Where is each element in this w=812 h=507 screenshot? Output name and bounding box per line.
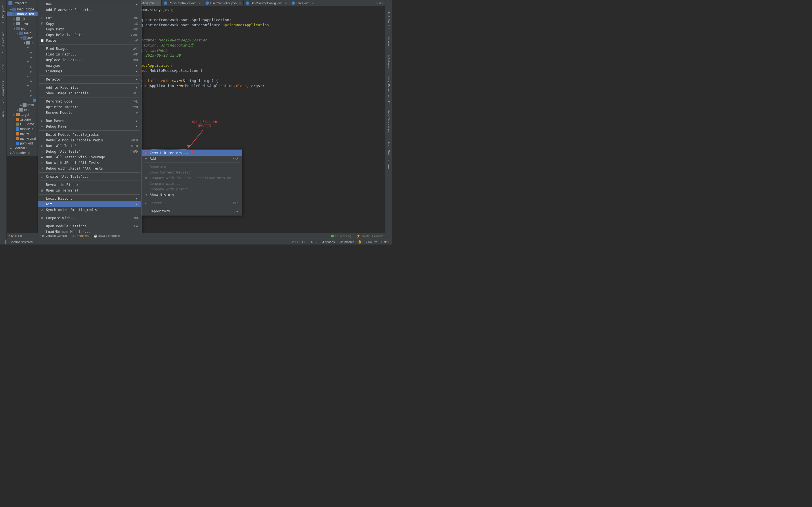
- menu-item[interactable]: Find in Path...⇧⌘F: [38, 52, 141, 57]
- menu-item[interactable]: 📋Paste⌘V: [38, 38, 141, 43]
- menu-item[interactable]: ⚡Debug with JRebel 'All Tests': [38, 166, 141, 171]
- t: class: [236, 83, 247, 88]
- tool-jrebel[interactable]: JRebel: [1, 62, 5, 73]
- menu-item[interactable]: ▶Run Maven▸: [38, 118, 141, 124]
- menu-item[interactable]: Rebuild Module 'mobile_redis'⇧⌘F9: [38, 137, 141, 143]
- tab-overflow[interactable]: ↘ ≡ 5: [374, 0, 385, 6]
- editor-tab[interactable]: RedisController.java×: [161, 0, 203, 6]
- menu-item[interactable]: Add to Favorites▸: [38, 85, 141, 91]
- menu-item[interactable]: Show Image Thumbnails⇧⌘T: [38, 91, 141, 96]
- menu-item[interactable]: ⤲Compare With...⌘D: [38, 215, 141, 221]
- status-icon[interactable]: [2, 240, 6, 244]
- menu-item: Annotate: [142, 164, 242, 170]
- bt-problems[interactable]: ⚠ Problems: [72, 234, 89, 238]
- close-icon[interactable]: ×: [239, 1, 241, 5]
- menu-item[interactable]: Copy Relative Path⌥⇧⌘C: [38, 32, 141, 38]
- editor-tab[interactable]: UserController.java×: [203, 0, 244, 6]
- t: springboot启动类: [161, 43, 194, 47]
- close-icon[interactable]: ×: [285, 1, 287, 5]
- editor-tab[interactable]: User.java×: [289, 0, 316, 6]
- menu-item[interactable]: Repository▸: [142, 209, 242, 214]
- status-indent[interactable]: 4 spaces: [322, 240, 335, 244]
- bt-javaee[interactable]: ☕ Java Enterprise: [94, 234, 120, 238]
- menu-item[interactable]: Git▸: [38, 202, 141, 207]
- lock-icon[interactable]: 🔒: [358, 240, 362, 244]
- menu-item[interactable]: Replace in Path...⇧⌘R: [38, 57, 141, 63]
- menu-item: Show Current Revision: [142, 170, 242, 175]
- menu-item[interactable]: ▶Run 'All Tests' with Coverage: [38, 154, 141, 160]
- t: (String[] args) {: [181, 78, 218, 83]
- t: SpringBootApplication: [222, 23, 269, 27]
- tool-keypromoter[interactable]: Key Promoter X: [387, 76, 391, 103]
- status-git[interactable]: Git: master: [339, 240, 354, 244]
- status-pos[interactable]: 20:1: [292, 240, 298, 244]
- menu-item[interactable]: ⟳Synchronize 'mobile_redis': [38, 207, 141, 213]
- t: MobileRedisApplication: [150, 68, 200, 73]
- project-icon: [8, 1, 12, 5]
- tool-restservices[interactable]: RestServices: [387, 110, 391, 133]
- tool-web[interactable]: Web: [1, 111, 5, 117]
- status-enc[interactable]: UTF-8: [310, 240, 318, 244]
- menu-item[interactable]: ◯Create 'All Tests'...: [38, 174, 141, 179]
- t: org.springframework.boot.SpringApplicati…: [137, 18, 232, 22]
- menu-item[interactable]: ◷Show History: [142, 192, 242, 198]
- git-submenu[interactable]: ✓Commit Directory...+Add⌥⌘AAnnotateShow …: [142, 149, 242, 216]
- t: com.study.java;: [141, 8, 174, 12]
- tool-beanvalidation[interactable]: Bean Validation: [387, 141, 391, 169]
- bt-vcs[interactable]: ⌃ 9: Version Control: [39, 234, 67, 238]
- menu-item[interactable]: Analyze▸: [38, 63, 141, 68]
- t: lic static void: [137, 78, 172, 83]
- menu-item[interactable]: Reveal in Finder: [38, 182, 141, 187]
- tool-database[interactable]: Database: [387, 54, 391, 69]
- menu-item[interactable]: Local History▸: [38, 196, 141, 202]
- menu-item[interactable]: ▣Open in Terminal: [38, 187, 141, 193]
- menu-item[interactable]: ⚡Run with JRebel 'All Tests': [38, 160, 141, 166]
- menu-item[interactable]: ✂Cut⌘X: [38, 15, 141, 21]
- bt-todo[interactable]: ≡ 6: TODO: [8, 234, 23, 238]
- t: , args);: [247, 83, 264, 88]
- class-icon: [292, 1, 295, 5]
- close-icon[interactable]: ×: [312, 1, 313, 5]
- menu-item[interactable]: Refactor▸: [38, 76, 141, 82]
- menu-item[interactable]: ✓Commit Directory...: [142, 150, 242, 156]
- right-tool-strip: Ant Build Maven Database Key Promoter X …: [385, 0, 392, 244]
- context-menu[interactable]: New▸Add Framework Support...✂Cut⌘X⎘Copy⌘…: [38, 0, 142, 236]
- t: run: [176, 83, 183, 88]
- menu-item[interactable]: Reformat Code⌥⌘L: [38, 99, 141, 104]
- menu-item[interactable]: New▸: [38, 1, 141, 7]
- tool-favorites[interactable]: 2: Favorites: [1, 81, 5, 103]
- annotation-text: 点击进入Commit 操作页面: [192, 120, 217, 128]
- class-icon: [164, 1, 167, 5]
- t: ;: [269, 23, 271, 27]
- editor-tab[interactable]: DataSourceConfig.java×: [244, 0, 290, 6]
- t: gBootApplication: [137, 63, 172, 68]
- tool-project[interactable]: 1: Project: [1, 5, 5, 24]
- menu-item[interactable]: ⎘Copy⌘C: [38, 21, 141, 26]
- tool-structure[interactable]: 7: Structure: [1, 32, 5, 54]
- t: (MobileRedisApplication.: [183, 83, 236, 88]
- menu-item[interactable]: ⬥Debug 'All Tests'⌃⇧F9: [38, 149, 141, 154]
- editor-tabs: lication.java×RedisController.java×UserC…: [132, 0, 385, 6]
- tool-maven[interactable]: Maven: [387, 37, 391, 46]
- menu-item[interactable]: ▶Run 'All Tests'⌃⇧F10: [38, 143, 141, 149]
- close-icon[interactable]: ×: [199, 1, 200, 5]
- menu-item[interactable]: Add Framework Support...: [38, 7, 141, 13]
- close-icon[interactable]: ×: [157, 1, 159, 5]
- t: SpringApplication.: [137, 83, 176, 88]
- menu-item[interactable]: Remove Module⌦: [38, 110, 141, 115]
- t: org.springframework.boot.autoconfigure.: [137, 23, 222, 27]
- status-lf[interactable]: LF: [302, 240, 306, 244]
- project-panel-header[interactable]: Project ▾: [7, 0, 39, 6]
- menu-item[interactable]: Open Module SettingsF4: [38, 223, 141, 229]
- menu-item[interactable]: Optimize Imports⌃⌥O: [38, 104, 141, 110]
- menu-item[interactable]: +Add⌥⌘A: [142, 156, 242, 161]
- menu-item[interactable]: ✱Debug Maven▸: [38, 124, 141, 129]
- bt-eventlog[interactable]: 1 Event Log: [331, 234, 352, 238]
- menu-item[interactable]: Build Module 'mobile_redis': [38, 132, 141, 137]
- tool-antbuild[interactable]: Ant Build: [387, 12, 391, 29]
- menu-item[interactable]: FindBugs▸: [38, 68, 141, 74]
- status-bar: Commit selected 20:1 LF UTF-8 4 spaces G…: [0, 239, 392, 244]
- menu-item[interactable]: Find Usages⌥F7: [38, 46, 141, 52]
- bt-jrebelconsole[interactable]: ⚡JRebel Console: [356, 234, 384, 238]
- menu-item[interactable]: Copy Path⇧⌘C: [38, 26, 141, 32]
